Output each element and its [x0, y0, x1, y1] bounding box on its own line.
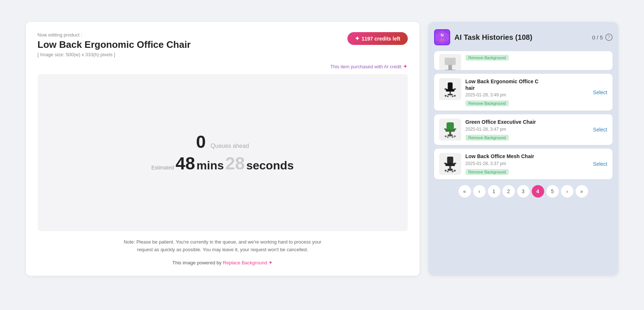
star-icon: ✦	[355, 35, 359, 42]
product-header: Now editing product : Low Back Ergonomic…	[38, 32, 408, 57]
svg-point-31	[445, 170, 447, 172]
ai-credit-note: This item purchased with AI credit ✦	[38, 63, 408, 70]
svg-rect-44	[444, 163, 447, 164]
page-4-btn[interactable]: 4	[532, 185, 544, 198]
product-title: Low Back Ergonomic Office Chair	[38, 39, 191, 50]
partial-task-info: Remove Background	[466, 54, 607, 61]
task-name-2: Green Office Executive Chair	[466, 119, 589, 125]
task-thumb-2	[439, 119, 461, 141]
svg-rect-37	[445, 164, 455, 167]
ai-logo-icon: N AI	[434, 29, 450, 45]
task-name-1: Low Back Ergonomic Office Chair	[466, 78, 589, 91]
svg-rect-29	[454, 129, 456, 130]
queues-label	[207, 143, 209, 149]
svg-point-32	[454, 170, 456, 172]
seconds-unit: seconds	[246, 159, 294, 172]
replace-background-link[interactable]: Replace Background	[223, 260, 267, 265]
powered-sparkle-icon: ✦	[268, 260, 273, 265]
partial-badge: Remove Background	[466, 55, 509, 61]
svg-rect-17	[444, 88, 447, 89]
credits-badge[interactable]: ✦ 1197 credits left	[347, 32, 408, 45]
svg-rect-18	[453, 88, 456, 89]
queue-info: 0 Queues ahead Estimated 48 mins 28 seco…	[151, 132, 294, 173]
task-select-2[interactable]: Select	[593, 127, 607, 133]
svg-rect-27	[447, 122, 454, 130]
svg-point-12	[452, 96, 453, 97]
panel-header: N AI AI Task Histories (108) 0 / 5 ?	[434, 29, 613, 45]
seconds-faded: 28	[225, 153, 245, 173]
task-info-1: Low Back Ergonomic Office Chair 2025-01-…	[466, 78, 589, 106]
svg-rect-16	[448, 83, 452, 90]
progress-text: 0 / 5	[592, 34, 603, 41]
pagination: « ‹ 1 2 3 4 5 › »	[434, 185, 613, 198]
page-1-btn[interactable]: 1	[488, 185, 500, 198]
task-date-1: 2025-01-28, 3:49 pm	[466, 92, 589, 97]
svg-rect-6	[448, 65, 452, 70]
svg-point-23	[452, 137, 453, 138]
product-info: Now editing product : Low Back Ergonomic…	[38, 32, 191, 57]
powered-by-prefix: This image powered by	[172, 260, 221, 265]
queue-number: 0	[196, 132, 206, 152]
svg-point-21	[454, 135, 456, 137]
page-first-btn[interactable]: «	[459, 185, 471, 198]
mins-unit: mins	[196, 159, 224, 172]
task-badge-2: Remove Background	[466, 135, 509, 141]
task-thumb-3	[439, 153, 461, 175]
ai-credit-text: This item purchased with AI credit	[330, 64, 401, 69]
svg-rect-45	[454, 163, 456, 164]
svg-rect-28	[444, 129, 447, 130]
svg-point-34	[452, 171, 453, 172]
estimated-label: Estimated	[151, 165, 174, 171]
svg-text:N: N	[441, 33, 444, 37]
main-container: Now editing product : Low Back Ergonomic…	[26, 22, 618, 276]
estimated-time: Estimated 48 mins 28 seconds	[151, 153, 294, 173]
image-area: 0 Queues ahead Estimated 48 mins 28 seco…	[38, 74, 408, 231]
svg-text:AI: AI	[440, 37, 444, 42]
svg-point-11	[447, 96, 448, 97]
right-panel: N AI AI Task Histories (108) 0 / 5 ?	[428, 22, 618, 276]
help-icon[interactable]: ?	[605, 34, 613, 41]
svg-point-10	[454, 95, 456, 97]
panel-title: AI Task Histories (108)	[455, 33, 588, 42]
svg-point-22	[447, 137, 448, 138]
task-card-2: Green Office Executive Chair 2025-01-28,…	[434, 114, 613, 145]
task-card-3: Low Back Office Mesh Chair 2025-01-28, 3…	[434, 149, 613, 179]
task-name-3: Low Back Office Mesh Chair	[466, 153, 589, 160]
editing-label: Now editing product :	[38, 32, 191, 38]
svg-rect-7	[445, 70, 456, 70]
svg-point-33	[447, 171, 448, 172]
queues-ahead-label: Queues ahead	[211, 143, 249, 149]
svg-rect-5	[445, 58, 456, 65]
page-next-btn[interactable]: ›	[561, 185, 573, 198]
queue-note: Note: Please be patient. You're currentl…	[120, 238, 325, 254]
queue-count: 0 Queues ahead	[151, 132, 294, 152]
svg-point-20	[445, 135, 447, 137]
task-badge-3: Remove Background	[466, 169, 509, 175]
task-info-2: Green Office Executive Chair 2025-01-28,…	[466, 119, 589, 140]
task-badge-1: Remove Background	[466, 100, 509, 106]
task-thumb-1	[439, 78, 461, 100]
task-list: Remove Background	[434, 51, 613, 179]
panel-progress: 0 / 5 ?	[592, 34, 612, 41]
mins-value: 48	[176, 153, 195, 173]
page-2-btn[interactable]: 2	[502, 185, 515, 198]
page-3-btn[interactable]: 3	[517, 185, 530, 198]
powered-by: This image powered by Replace Background…	[38, 260, 408, 265]
page-5-btn[interactable]: 5	[546, 185, 559, 198]
partial-thumb	[439, 54, 461, 70]
task-info-3: Low Back Office Mesh Chair 2025-01-28, 3…	[466, 153, 589, 175]
task-select-3[interactable]: Select	[593, 161, 607, 167]
left-panel: Now editing product : Low Back Ergonomic…	[26, 22, 419, 276]
page-last-btn[interactable]: »	[576, 185, 588, 198]
task-card: Low Back Ergonomic Office Chair 2025-01-…	[434, 74, 613, 111]
task-date-2: 2025-01-28, 3:47 pm	[466, 127, 589, 132]
task-select-1[interactable]: Select	[593, 89, 607, 95]
credits-label: 1197 credits left	[362, 36, 400, 42]
svg-point-9	[445, 95, 447, 97]
task-date-3: 2025-01-28, 3:37 pm	[466, 161, 589, 166]
product-size: [ Image size: 500(w) x 333(h) pixels ]	[38, 52, 191, 57]
sparkle-icon: ✦	[403, 63, 408, 70]
page-prev-btn[interactable]: ‹	[473, 185, 486, 198]
task-card-partial: Remove Background	[434, 51, 613, 70]
